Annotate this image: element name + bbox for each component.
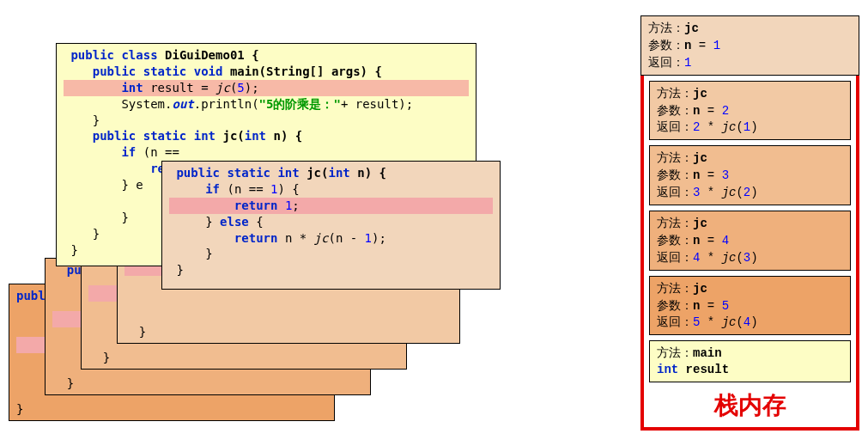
code-stack-visualization: publ } pub } publ } publi } public class… bbox=[9, 17, 541, 421]
kw: public class bbox=[70, 48, 157, 62]
stack-memory-panel: 方法：jc 参数：n = 1 返回：1 方法：jc 参数：n = 2 返回：2 … bbox=[640, 24, 859, 431]
code-brace: } bbox=[103, 351, 110, 364]
method-main: main(String[] args) { bbox=[230, 64, 382, 78]
class-name: DiGuiDemo01 { bbox=[165, 48, 259, 62]
stack-title: 栈内存 bbox=[644, 388, 856, 427]
code-brace: } bbox=[139, 325, 146, 339]
stack-frame-4: 方法：jc 参数：n = 4 返回：4 * jc(3) bbox=[649, 211, 851, 271]
jc-code-card: public static int jc(int n) { if (n == 1… bbox=[161, 161, 501, 290]
stack-frame-main: 方法：main int result bbox=[649, 340, 851, 382]
stack-frame-5: 方法：jc 参数：n = 5 返回：5 * jc(4) bbox=[649, 276, 851, 336]
code-peek: publ bbox=[16, 289, 46, 302]
stack-frame-3: 方法：jc 参数：n = 3 返回：3 * jc(2) bbox=[649, 145, 851, 205]
code-brace: } bbox=[16, 402, 23, 416]
kw: public static void bbox=[93, 64, 223, 78]
stack-frame-1: 方法：jc 参数：n = 1 返回：1 bbox=[640, 15, 859, 76]
code-brace: } bbox=[67, 376, 74, 390]
stack-frame-2: 方法：jc 参数：n = 2 返回：2 * jc(1) bbox=[649, 81, 851, 141]
